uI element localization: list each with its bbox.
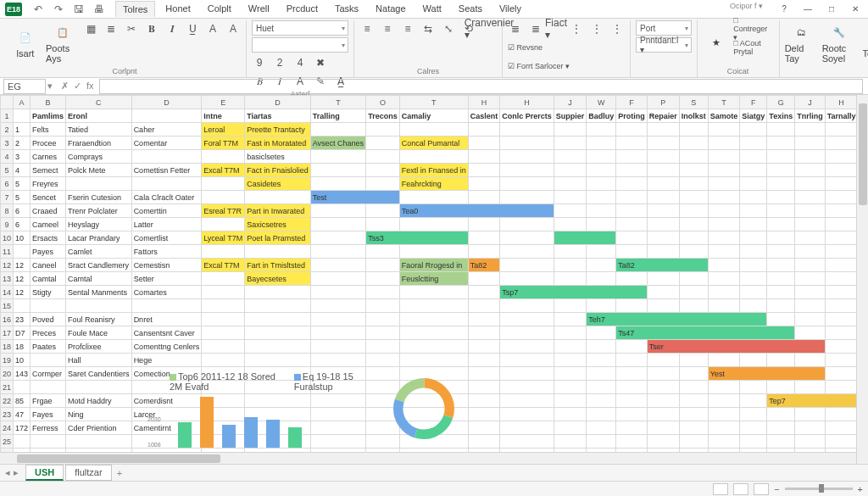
header-cell[interactable]: Siatgy [740,109,767,123]
cell[interactable] [399,299,468,313]
cell[interactable] [679,408,708,421]
row-header[interactable]: 11 [1,245,14,259]
cell[interactable] [767,164,795,177]
cell[interactable] [647,231,679,245]
cell[interactable] [740,123,767,137]
maximize-button[interactable]: □ [821,2,843,17]
cell[interactable] [616,354,648,367]
cell[interactable] [554,150,587,164]
header-cell[interactable]: Trecons [366,109,400,123]
row-header[interactable]: 22 [1,394,14,408]
cell[interactable] [616,177,648,191]
sheet-tab-flultzar[interactable]: flultzar [65,465,111,481]
cell[interactable] [795,354,826,367]
row-header[interactable]: 10 [1,231,14,245]
cell[interactable] [795,313,826,326]
cell[interactable] [587,137,616,150]
ribbon-smallbtn[interactable]: Fiact ▾ [548,21,564,36]
cell[interactable] [587,123,616,137]
cell[interactable]: Tep7 [767,394,868,408]
ribbon-combo[interactable]: Huet [252,20,348,36]
cell[interactable] [708,381,740,394]
qat-save-icon[interactable]: 🖫 [71,2,86,17]
cell[interactable] [708,299,740,313]
cell[interactable]: 10 [14,354,31,367]
cell[interactable] [825,367,858,381]
add-sheet-icon[interactable]: + [117,468,122,478]
cell[interactable] [679,435,708,449]
cell[interactable] [587,204,616,218]
cell[interactable]: Ts47 [616,326,795,340]
cell[interactable] [131,150,202,164]
cell[interactable]: Fraraendtion [66,137,132,150]
cell[interactable]: Feahrckting [399,177,468,191]
cell[interactable]: Teh7 [587,313,767,326]
menu-tab-prcduct[interactable]: Prcduct [280,1,325,17]
column-header[interactable]: D [245,96,311,109]
cell[interactable] [245,286,311,299]
cell[interactable] [679,123,708,137]
menu-tab-seats[interactable]: Seats [452,1,489,17]
cell[interactable] [399,286,468,299]
cell[interactable] [500,299,554,313]
cell[interactable] [310,354,365,367]
cell[interactable]: Ta82 [468,259,500,272]
cell[interactable] [679,381,708,394]
cell[interactable]: Stigty [31,286,66,299]
cell[interactable] [825,313,858,326]
cell[interactable]: Tea0 [399,204,554,218]
cell[interactable] [587,272,616,286]
ribbon-smallbtn[interactable]: A [225,21,241,36]
cell[interactable] [468,123,500,137]
menu-tab-vilely[interactable]: Vilely [492,1,528,17]
cell[interactable] [366,164,400,177]
cell[interactable] [366,150,400,164]
cell[interactable] [554,408,587,421]
cell[interactable] [500,272,554,286]
ribbon-smallbtn[interactable]: ▦ [83,21,98,36]
qat-redo-icon[interactable]: ↷ [51,2,66,17]
ribbon-combo[interactable]: Pnntdant:I ▾ [636,37,692,53]
cell[interactable] [647,137,679,150]
cell[interactable] [740,259,767,272]
cell[interactable]: Cemestisn [131,259,202,272]
view-break-button[interactable] [754,483,769,495]
cell[interactable] [468,326,500,340]
cell[interactable]: Latter [131,218,202,231]
cell[interactable] [554,137,587,150]
row-header[interactable]: 14 [1,286,14,299]
cell[interactable] [587,164,616,177]
header-cell[interactable]: Texins [767,109,795,123]
cell[interactable] [587,299,616,313]
cell[interactable] [708,123,740,137]
cell[interactable] [366,340,400,354]
row-header[interactable]: 16 [1,313,14,326]
cell[interactable]: Part in Inwarated [245,204,311,218]
cell[interactable] [825,354,858,367]
ribbon-smallbtn[interactable]: 4 [292,55,308,70]
cell[interactable] [740,286,767,299]
cell[interactable] [554,435,587,449]
header-cell[interactable]: Suppier [554,109,587,123]
worksheet-grid[interactable]: ABCDEDTOTHHJWFPSTFGJHMELK1PamlimsEronlIn… [0,95,868,460]
cell[interactable] [740,354,767,367]
column-header[interactable]: A [14,96,31,109]
fx-icon[interactable]: fx [86,81,94,92]
column-header[interactable]: D [131,96,202,109]
cell[interactable]: 23 [14,313,31,326]
column-header[interactable]: E [202,96,245,109]
ribbon-smallbtn[interactable]: ≡ [359,21,375,36]
cell[interactable] [679,394,708,408]
cell[interactable] [679,367,708,381]
cell[interactable] [616,435,648,449]
ribbon-smallbtn[interactable]: 𝐁 [144,21,159,36]
cell[interactable]: Camlet [66,245,132,259]
row-header[interactable]: 18 [1,340,14,354]
horizontal-scrollbar[interactable] [0,452,856,464]
ribbon-row-label[interactable]: □ Contreger ▾ [733,20,773,37]
cell[interactable] [202,177,245,191]
cell[interactable] [679,272,708,286]
cell[interactable] [740,408,767,421]
cell[interactable] [679,245,708,259]
column-header[interactable]: G [767,96,795,109]
